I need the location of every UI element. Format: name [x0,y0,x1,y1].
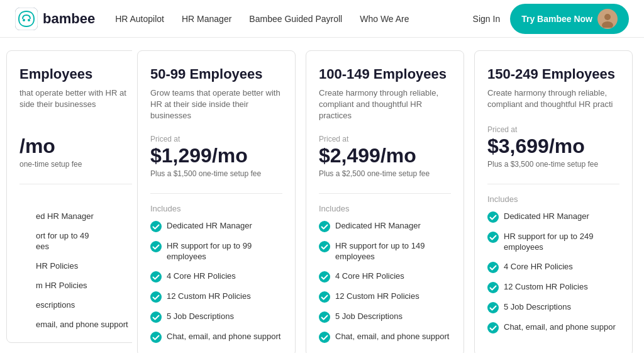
nav-hr-autopilot[interactable]: HR Autopilot [115,14,164,24]
pricing-card-partial: Employees that operate better with HR at… [6,50,132,343]
svg-point-23 [487,322,499,333]
divider-150-249 [487,184,619,184]
includes-label-partial [19,194,132,204]
price-setup-50-99: Plus a $1,500 one-time setup fee [150,169,282,178]
check-icon [150,271,162,283]
nav-links: HR Autopilot HR Manager Bambee Guided Pa… [115,14,472,24]
navbar: bambee HR Autopilot HR Manager Bambee Gu… [0,0,644,38]
divider-100-149 [319,193,451,194]
try-bambee-button[interactable]: Try Bambee Now [510,4,629,34]
check-icon [319,241,330,252]
divider-partial [19,184,132,184]
feature-item: Chat, email, and phone suppor [487,322,619,333]
svg-point-15 [319,291,330,303]
plan-description-100-149: Create harmony through reliable, complia… [319,87,451,122]
check-icon [319,291,330,303]
svg-point-1 [23,19,25,21]
feature-item: Dedicated HR Manager [319,221,451,232]
check-icon [487,211,499,223]
svg-point-2 [28,19,30,21]
price-amount-partial: /mo [19,135,132,157]
feature-item: 5 Job Descriptions [150,311,282,323]
check-icon [150,291,162,303]
check-icon [319,311,330,323]
feature-item: ed HR Manager [19,211,132,222]
feature-item: Chat, email, and phone support [150,332,282,343]
svg-point-18 [487,211,499,223]
price-label-100-149: Priced at [319,135,451,143]
nav-hr-manager[interactable]: HR Manager [182,14,231,24]
includes-label-100-149: Includes [319,204,451,213]
bambee-logo-icon [15,8,38,30]
nav-who-we-are[interactable]: Who We Are [360,14,409,24]
plan-description-partial: that operate better with HR at side thei… [19,87,132,113]
feature-item: email, and phone support [19,320,132,330]
feature-item: 12 Custom HR Policies [150,291,282,303]
check-icon [150,332,162,343]
check-icon [487,322,499,333]
plan-employees-100-149: 100-149 Employees [319,66,451,82]
svg-point-16 [319,311,330,323]
check-icon [150,221,162,232]
check-icon [319,221,330,232]
feature-item: Dedicated HR Manager [150,221,282,232]
feature-item: 5 Job Descriptions [487,302,619,313]
divider-50-99 [150,193,282,194]
price-amount-150-249: $3,699/mo [487,135,619,157]
feature-item: HR support for up to 99 employees [150,241,282,262]
feature-item: escriptions [19,300,132,311]
feature-item: HR support for up to 149 employees [319,241,451,262]
svg-point-20 [487,262,499,273]
includes-label-150-249: Includes [487,194,619,204]
price-label-150-249: Priced at [487,125,619,134]
plan-employees-50-99: 50-99 Employees [150,66,282,82]
price-setup-150-249: Plus a $3,500 one-time setup fee [487,160,619,169]
partial-card-wrapper: Employees that operate better with HR at… [6,50,132,353]
price-label-50-99: Priced at [150,135,282,143]
feature-item: m HR Policies [19,281,132,291]
pricing-card-50-99: 50-99 Employees Grow teams that operate … [137,50,296,353]
logo[interactable]: bambee [15,8,95,30]
sign-in-button[interactable]: Sign In [473,14,501,24]
feature-item: HR Policies [19,261,132,272]
feature-list-partial: ed HR Manager ort for up to 49ees HR Pol… [19,211,132,330]
svg-point-21 [487,282,499,293]
svg-point-19 [487,232,499,243]
feature-item: Chat, email, and phone support [319,332,451,343]
price-setup-100-149: Plus a $2,500 one-time setup fee [319,169,451,178]
svg-point-9 [150,291,162,303]
pricing-card-100-149: 100-149 Employees Create harmony through… [306,50,464,353]
feature-item: 12 Custom HR Policies [487,282,619,293]
pricing-card-150-249: 150-249 Employees Create harmony through… [474,50,633,353]
price-setup-partial: one-time setup fee [19,160,132,169]
pricing-section: Employees that operate better with HR at… [0,38,644,353]
feature-list-100-149: Dedicated HR Manager HR support for up t… [319,221,451,343]
svg-point-7 [150,241,162,252]
check-icon [487,302,499,313]
plan-employees-partial: Employees [19,66,132,82]
svg-point-10 [150,311,162,323]
feature-item: Dedicated HR Manager [487,211,619,223]
svg-point-12 [319,221,330,232]
feature-item: 12 Custom HR Policies [319,291,451,303]
svg-point-6 [150,221,162,232]
price-label-partial [19,125,132,134]
check-icon [319,271,330,283]
check-icon [487,262,499,273]
feature-list-150-249: Dedicated HR Manager HR support for up t… [487,211,619,333]
feature-item: HR support for up to 249 employees [487,232,619,253]
svg-point-11 [150,332,162,343]
logo-text: bambee [43,11,95,27]
svg-point-8 [150,271,162,283]
plan-employees-150-249: 150-249 Employees [487,66,619,82]
feature-list-50-99: Dedicated HR Manager HR support for up t… [150,221,282,343]
avatar [597,9,618,29]
feature-item: 5 Job Descriptions [319,311,451,323]
svg-point-22 [487,302,499,313]
includes-label-50-99: Includes [150,204,282,213]
nav-payroll[interactable]: Bambee Guided Payroll [249,14,342,24]
check-icon [487,232,499,243]
feature-item: ort for up to 49ees [19,231,132,252]
svg-point-4 [604,14,611,20]
check-icon [150,241,162,252]
